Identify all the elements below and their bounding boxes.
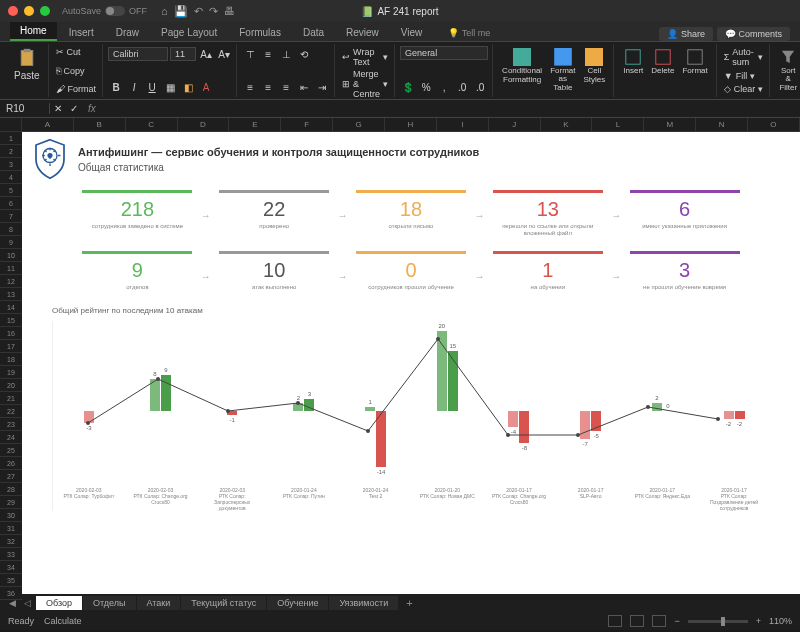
tab-data[interactable]: Data xyxy=(293,24,334,41)
col-header[interactable]: B xyxy=(74,118,126,131)
row-header[interactable]: 23 xyxy=(0,418,22,431)
row-header[interactable]: 17 xyxy=(0,340,22,353)
autosave-toggle[interactable]: AutoSave OFF xyxy=(62,6,147,16)
row-header[interactable]: 5 xyxy=(0,184,22,197)
row-header[interactable]: 18 xyxy=(0,353,22,366)
home-icon[interactable]: ⌂ xyxy=(161,5,168,18)
col-header[interactable]: E xyxy=(229,118,281,131)
cut-button[interactable]: ✂ Cut xyxy=(54,46,99,58)
maximize-icon[interactable] xyxy=(40,6,50,16)
row-header[interactable]: 10 xyxy=(0,249,22,262)
number-format-select[interactable]: General xyxy=(400,46,488,60)
align-right-icon[interactable]: ≡ xyxy=(278,79,294,95)
sheet-tab[interactable]: Атаки xyxy=(137,596,181,610)
clear-button[interactable]: ◇ Clear ▾ xyxy=(722,83,766,95)
orientation-icon[interactable]: ⟲ xyxy=(296,46,312,62)
increase-font-icon[interactable]: A▴ xyxy=(198,46,214,62)
comma-icon[interactable]: , xyxy=(436,79,452,95)
zoom-out-icon[interactable]: − xyxy=(674,616,679,626)
align-left-icon[interactable]: ≡ xyxy=(242,79,258,95)
close-icon[interactable] xyxy=(8,6,18,16)
indent-left-icon[interactable]: ⇤ xyxy=(296,79,312,95)
row-header[interactable]: 28 xyxy=(0,483,22,496)
tab-nav-first-icon[interactable]: ◀ xyxy=(6,598,19,608)
row-header[interactable]: 15 xyxy=(0,314,22,327)
indent-right-icon[interactable]: ⇥ xyxy=(314,79,330,95)
row-header[interactable]: 9 xyxy=(0,236,22,249)
border-button[interactable]: ▦ xyxy=(162,79,178,95)
merge-button[interactable]: ⊞ Merge & Centre ▾ xyxy=(340,68,390,100)
row-header[interactable]: 30 xyxy=(0,509,22,522)
worksheet[interactable]: Антифишинг — сервис обучения и контроля … xyxy=(22,132,800,594)
align-center-icon[interactable]: ≡ xyxy=(260,79,276,95)
row-header[interactable]: 26 xyxy=(0,457,22,470)
col-header[interactable]: G xyxy=(333,118,385,131)
row-header[interactable]: 31 xyxy=(0,522,22,535)
sheet-tab[interactable]: Обучение xyxy=(267,596,328,610)
font-size-select[interactable]: 11 xyxy=(170,47,196,61)
col-header[interactable]: J xyxy=(489,118,541,131)
row-header[interactable]: 34 xyxy=(0,561,22,574)
tab-page-layout[interactable]: Page Layout xyxy=(151,24,227,41)
tab-home[interactable]: Home xyxy=(10,22,57,41)
print-icon[interactable]: 🖶 xyxy=(224,5,235,18)
fill-button[interactable]: ▼ Fill ▾ xyxy=(722,70,766,82)
row-header[interactable]: 4 xyxy=(0,171,22,184)
name-box[interactable]: R10 xyxy=(0,103,50,114)
fx-label[interactable]: fx xyxy=(82,103,102,114)
italic-button[interactable]: I xyxy=(126,79,142,95)
row-header[interactable]: 20 xyxy=(0,379,22,392)
row-header[interactable]: 3 xyxy=(0,158,22,171)
row-header[interactable]: 8 xyxy=(0,223,22,236)
sort-filter-button[interactable]: Sort & Filter xyxy=(775,46,800,95)
redo-icon[interactable]: ↷ xyxy=(209,5,218,18)
undo-icon[interactable]: ↶ xyxy=(194,5,203,18)
bold-button[interactable]: B xyxy=(108,79,124,95)
align-bottom-icon[interactable]: ⊥ xyxy=(278,46,294,62)
tab-view[interactable]: View xyxy=(391,24,433,41)
format-cells-button[interactable]: Format xyxy=(678,46,711,95)
col-header[interactable]: M xyxy=(644,118,696,131)
row-header[interactable]: 13 xyxy=(0,288,22,301)
tab-nav-prev-icon[interactable]: ◁ xyxy=(21,598,34,608)
col-header[interactable]: N xyxy=(696,118,748,131)
save-icon[interactable]: 💾 xyxy=(174,5,188,18)
col-header[interactable]: A xyxy=(22,118,74,131)
row-header[interactable]: 35 xyxy=(0,574,22,587)
enter-icon[interactable]: ✓ xyxy=(66,101,82,117)
row-header[interactable]: 22 xyxy=(0,405,22,418)
sheet-tab[interactable]: Уязвимости xyxy=(329,596,398,610)
font-select[interactable]: Calibri xyxy=(108,47,168,61)
paste-button[interactable]: Paste xyxy=(10,46,44,83)
sheet-tab[interactable]: Текущий статус xyxy=(181,596,266,610)
page-break-view-icon[interactable] xyxy=(652,615,666,627)
col-header[interactable]: H xyxy=(385,118,437,131)
format-painter-button[interactable]: 🖌 Format xyxy=(54,83,99,95)
row-header[interactable]: 6 xyxy=(0,197,22,210)
tab-draw[interactable]: Draw xyxy=(106,24,149,41)
row-header[interactable]: 32 xyxy=(0,535,22,548)
delete-cells-button[interactable]: Delete xyxy=(647,46,678,95)
tell-me[interactable]: 💡 Tell me xyxy=(438,25,500,41)
decrease-font-icon[interactable]: A▾ xyxy=(216,46,232,62)
col-header[interactable]: I xyxy=(437,118,489,131)
row-header[interactable]: 12 xyxy=(0,275,22,288)
minimize-icon[interactable] xyxy=(24,6,34,16)
sheet-tab[interactable]: Обзор xyxy=(36,596,82,610)
underline-button[interactable]: U xyxy=(144,79,160,95)
format-as-table-button[interactable]: Format as Table xyxy=(546,46,579,95)
autosum-button[interactable]: Σ Auto-sum ▾ xyxy=(722,46,766,68)
row-header[interactable]: 19 xyxy=(0,366,22,379)
col-header[interactable]: C xyxy=(126,118,178,131)
col-header[interactable]: F xyxy=(281,118,333,131)
zoom-level[interactable]: 110% xyxy=(769,616,792,626)
row-header[interactable]: 16 xyxy=(0,327,22,340)
row-header[interactable]: 11 xyxy=(0,262,22,275)
row-header[interactable]: 29 xyxy=(0,496,22,509)
col-header[interactable]: L xyxy=(592,118,644,131)
font-color-button[interactable]: A xyxy=(198,79,214,95)
decrease-decimal-icon[interactable]: .0 xyxy=(472,79,488,95)
conditional-formatting-button[interactable]: Conditional Formatting xyxy=(498,46,546,95)
copy-button[interactable]: ⎘ Copy xyxy=(54,65,99,77)
row-header[interactable]: 24 xyxy=(0,431,22,444)
